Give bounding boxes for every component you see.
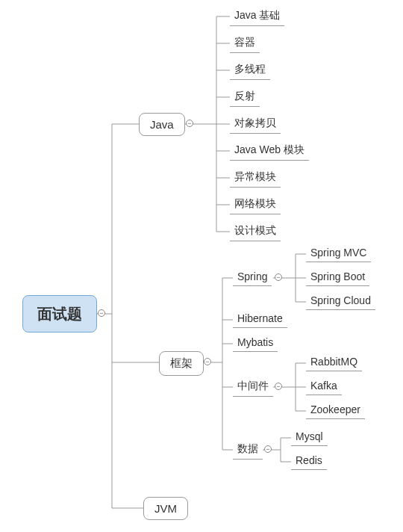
branch-framework-label: 框架 — [170, 356, 193, 369]
branch-java-label: Java — [150, 118, 174, 131]
node-spring[interactable]: Spring — [233, 267, 272, 286]
collapse-icon[interactable]: − — [204, 358, 211, 365]
leaf-java-7[interactable]: 网络模块 — [230, 194, 281, 214]
branch-jvm-label: JVM — [154, 502, 177, 515]
leaf-java-6[interactable]: 异常模块 — [230, 167, 281, 188]
leaf-mw-0[interactable]: RabbitMQ — [306, 353, 362, 371]
branch-java[interactable]: Java — [139, 113, 185, 136]
branch-jvm[interactable]: JVM — [143, 497, 188, 520]
node-mybatis[interactable]: Mybatis — [233, 333, 278, 352]
leaf-java-3[interactable]: 反射 — [230, 87, 260, 107]
leaf-spring-0[interactable]: Spring MVC — [306, 244, 371, 262]
leaf-data-0[interactable]: Mysql — [291, 427, 328, 446]
root-node[interactable]: 面试题 — [22, 295, 97, 332]
node-hibernate[interactable]: Hibernate — [233, 309, 287, 328]
leaf-java-4[interactable]: 对象拷贝 — [230, 114, 281, 134]
collapse-icon[interactable]: − — [186, 120, 193, 127]
leaf-java-0[interactable]: Java 基础 — [230, 6, 284, 26]
leaf-java-8[interactable]: 设计模式 — [230, 221, 281, 241]
leaf-java-2[interactable]: 多线程 — [230, 60, 270, 80]
leaf-mw-2[interactable]: Zookeeper — [306, 400, 365, 419]
leaf-mw-1[interactable]: Kafka — [306, 377, 342, 395]
leaf-java-5[interactable]: Java Web 模块 — [230, 140, 309, 161]
root-label: 面试题 — [37, 304, 82, 324]
leaf-spring-2[interactable]: Spring Cloud — [306, 291, 375, 310]
branch-framework[interactable]: 框架 — [159, 351, 204, 376]
collapse-icon[interactable]: − — [98, 309, 105, 317]
collapse-icon[interactable]: − — [275, 383, 282, 390]
node-data[interactable]: 数据 — [233, 439, 263, 460]
node-middleware[interactable]: 中间件 — [233, 377, 273, 397]
collapse-icon[interactable]: − — [275, 273, 282, 281]
leaf-java-1[interactable]: 容器 — [230, 33, 260, 53]
leaf-data-1[interactable]: Redis — [291, 451, 327, 470]
leaf-spring-1[interactable]: Spring Boot — [306, 267, 369, 286]
collapse-icon[interactable]: − — [264, 445, 272, 453]
